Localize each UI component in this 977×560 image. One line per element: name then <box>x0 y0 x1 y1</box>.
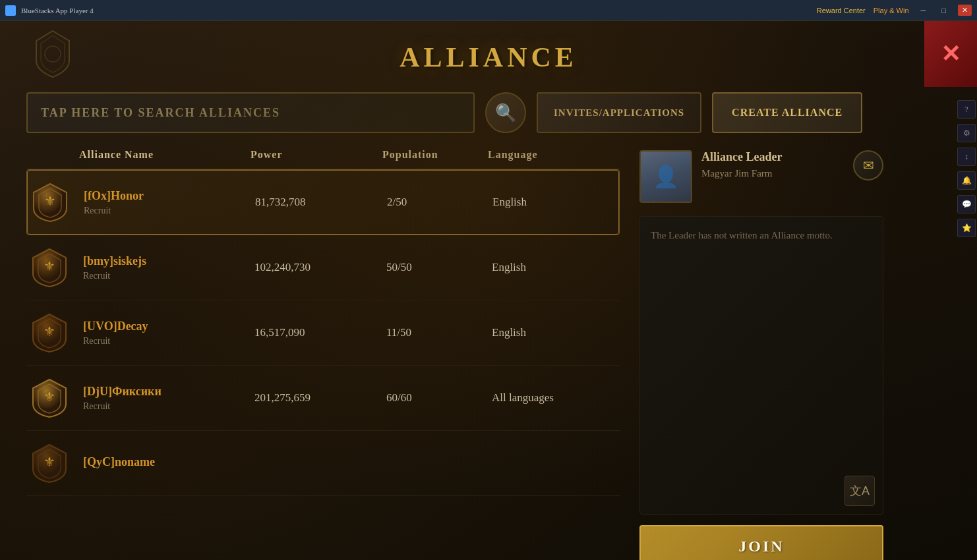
svg-text:⚜: ⚜ <box>44 259 55 273</box>
alliance-info: [bmy]siskejs Recruit <box>83 254 254 281</box>
invites-applications-button[interactable]: INVITES/APPLICATIONS <box>537 92 701 133</box>
edge-btn-2[interactable]: ⚙ <box>957 124 976 142</box>
page-title: ALLIANCE <box>400 42 577 73</box>
svg-point-0 <box>45 46 61 62</box>
minimize-button[interactable]: ─ <box>917 5 930 16</box>
alliance-power: 102,240,730 <box>254 261 386 274</box>
alliance-name: [DjU]Фиксики <box>83 385 254 399</box>
content-area: Alliance Name Power Population Language … <box>0 144 977 560</box>
alliance-header: ALLIANCE ✕ <box>0 21 977 87</box>
alliance-badge: ⚜ <box>26 310 73 356</box>
translate-icon: 文A <box>850 483 870 499</box>
alliance-item[interactable]: ⚜ [fOx]Honor Recruit 81,732,708 2/50 Eng… <box>26 169 620 235</box>
alliance-population: 60/60 <box>386 391 492 405</box>
leader-name: Magyar Jim Farm <box>701 168 844 179</box>
alliance-items-container: ⚜ [fOx]Honor Recruit 81,732,708 2/50 Eng… <box>26 169 620 496</box>
alliance-item[interactable]: ⚜ [UVO]Decay Recruit 16,517,090 11/50 En… <box>26 300 620 366</box>
motto-text: The Leader has not written an Alliance m… <box>651 230 833 240</box>
alliance-population: 11/50 <box>386 326 492 339</box>
alliance-info: [DjU]Фиксики Recruit <box>83 385 254 412</box>
search-row: TAP HERE TO SEARCH ALLIANCES 🔍 INVITES/A… <box>0 87 977 144</box>
alliance-badge: ⚜ <box>27 179 73 225</box>
alliance-rank: Recruit <box>83 336 254 347</box>
avatar-face: 👤 <box>641 152 691 202</box>
alliance-name: [fOx]Honor <box>84 189 255 203</box>
search-icon: 🔍 <box>495 103 516 123</box>
svg-text:⚜: ⚜ <box>44 324 55 339</box>
translate-button[interactable]: 文A <box>844 476 875 506</box>
game-area: ALLIANCE ✕ TAP HERE TO SEARCH ALLIANCES … <box>0 21 977 560</box>
edge-btn-4[interactable]: 🔔 <box>957 171 976 190</box>
right-panel: 👤 Alliance Leader Magyar Jim Farm ✉ The … <box>620 144 883 560</box>
col-header-power: Power <box>251 149 382 161</box>
alliance-info: [fOx]Honor Recruit <box>84 189 255 216</box>
search-placeholder: TAP HERE TO SEARCH ALLIANCES <box>41 106 280 120</box>
mail-icon: ✉ <box>863 157 874 173</box>
leader-info: Alliance Leader Magyar Jim Farm <box>701 150 844 179</box>
col-header-language: Language <box>488 149 538 161</box>
alliance-population: 2/50 <box>387 196 492 209</box>
alliance-power: 81,732,708 <box>255 196 387 209</box>
alliance-item[interactable]: ⚜ [QyC]noname <box>26 431 620 496</box>
header-emblem <box>26 28 79 80</box>
alliance-item[interactable]: ⚜ [DjU]Фиксики Recruit 201,275,659 60/60… <box>26 366 620 431</box>
edge-btn-1[interactable]: ? <box>957 100 976 119</box>
title-bar: BlueStacks App Player 4 Reward Center Pl… <box>0 0 977 21</box>
close-button[interactable]: ✕ <box>924 21 977 87</box>
alliance-info: [UVO]Decay Recruit <box>83 320 254 347</box>
right-edge: ? ⚙ ↕ 🔔 💬 ⭐ <box>957 100 977 237</box>
alliance-badge: ⚜ <box>26 244 73 291</box>
leader-title-label: Alliance Leader <box>701 150 844 164</box>
join-button[interactable]: JOIN <box>639 525 883 560</box>
title-bar-left: BlueStacks App Player 4 <box>5 5 94 16</box>
mail-button[interactable]: ✉ <box>853 150 883 181</box>
alliance-power: 201,275,659 <box>254 391 386 405</box>
alliance-item[interactable]: ⚜ [bmy]siskejs Recruit 102,240,730 50/50… <box>26 235 620 300</box>
alliance-language: English <box>492 326 526 339</box>
edge-btn-5[interactable]: 💬 <box>957 195 976 213</box>
window-close-button[interactable]: ✕ <box>958 5 972 16</box>
col-header-population: Population <box>382 149 488 161</box>
alliance-info: [QyC]noname <box>83 455 254 472</box>
bluestacks-logo <box>5 5 16 16</box>
reward-center-button[interactable]: Reward Center <box>817 7 866 14</box>
alliance-name: [UVO]Decay <box>83 320 254 333</box>
alliance-language: All languages <box>492 391 554 405</box>
alliance-badge: ⚜ <box>26 375 73 421</box>
alliance-name: [QyC]noname <box>83 455 254 469</box>
edge-btn-3[interactable]: ↕ <box>957 148 976 166</box>
alliance-name: [bmy]siskejs <box>83 254 254 268</box>
alliance-language: English <box>492 196 527 209</box>
alliance-population: 50/50 <box>386 261 492 274</box>
svg-text:⚜: ⚜ <box>44 194 56 208</box>
play-and-win-button[interactable]: Play & Win <box>873 7 909 14</box>
alliance-list: Alliance Name Power Population Language … <box>26 144 620 560</box>
col-header-name: Alliance Name <box>79 149 251 161</box>
motto-area: The Leader has not written an Alliance m… <box>639 216 883 515</box>
list-header: Alliance Name Power Population Language <box>26 144 620 169</box>
alliance-rank: Recruit <box>83 271 254 281</box>
edge-btn-6[interactable]: ⭐ <box>957 219 976 237</box>
svg-text:⚜: ⚜ <box>44 389 55 404</box>
search-box[interactable]: TAP HERE TO SEARCH ALLIANCES <box>26 92 475 133</box>
create-alliance-button[interactable]: CREATE ALLIANCE <box>712 92 862 133</box>
alliance-rank: Recruit <box>83 401 254 412</box>
alliance-power: 16,517,090 <box>254 326 386 339</box>
svg-text:⚜: ⚜ <box>44 455 55 469</box>
maximize-button[interactable]: □ <box>937 5 950 16</box>
leader-section: 👤 Alliance Leader Magyar Jim Farm ✉ <box>639 150 883 203</box>
alliance-rank: Recruit <box>84 206 255 216</box>
app-name: BlueStacks App Player 4 <box>21 7 94 14</box>
leader-avatar: 👤 <box>639 150 692 203</box>
alliance-language: English <box>492 261 526 274</box>
alliance-badge: ⚜ <box>26 440 73 486</box>
title-bar-controls: Reward Center Play & Win ─ □ ✕ <box>817 5 972 16</box>
search-button[interactable]: 🔍 <box>485 92 526 133</box>
